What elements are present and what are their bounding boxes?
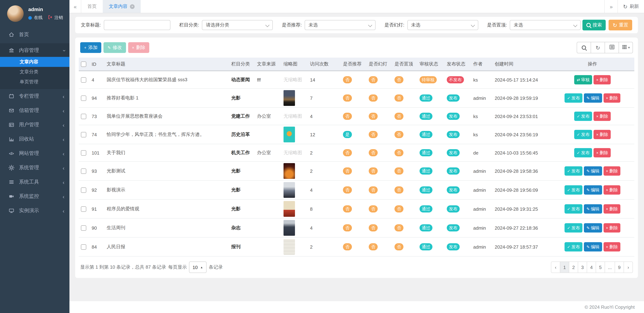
publish-row-button[interactable]: ✓发布 [574, 148, 592, 157]
sidebar-subitem-single-page[interactable]: 单页管理 [0, 77, 70, 87]
edit-row-button[interactable]: ✎编辑 [584, 185, 602, 195]
publish-row-button[interactable]: ✓发布 [564, 166, 582, 176]
show-search-button[interactable] [577, 42, 591, 53]
page-button[interactable]: 9 [615, 262, 624, 273]
publish-row-button[interactable]: ✓发布 [564, 223, 582, 233]
search-button[interactable]: 搜索 [582, 20, 606, 30]
recommend-cell: 否 [341, 71, 366, 88]
id-cell: 94 [90, 88, 104, 107]
filter-title-input[interactable] [104, 20, 170, 30]
remove-row-button[interactable]: ×删除 [603, 242, 620, 252]
edit-row-button[interactable]: ✎编辑 [584, 223, 602, 233]
row-checkbox[interactable] [81, 95, 86, 101]
publish-row-button[interactable]: ✓发布 [574, 112, 592, 121]
page-prev-button[interactable]: ‹ [551, 262, 560, 273]
row-checkbox[interactable] [81, 114, 86, 119]
sidebar-item-recycle[interactable]: 回收站‹ [0, 132, 70, 146]
filter-recommend-select[interactable]: 未选 [305, 20, 376, 30]
row-checkbox[interactable] [81, 225, 86, 231]
remove-row-button[interactable]: ×删除 [594, 130, 611, 139]
tabs-scroll-left-button[interactable]: « [70, 0, 81, 13]
sidebar-item-mailbox[interactable]: 信箱管理‹ [0, 103, 70, 118]
author-cell: ks [471, 107, 492, 125]
page-button[interactable]: 3 [578, 262, 587, 273]
filter-slide-select[interactable]: 未选 [407, 20, 478, 30]
publish-icon: ✓ [577, 133, 580, 136]
chevron-left-icon: ‹ [63, 194, 64, 199]
sidebar-item-website[interactable]: </>网站管理‹ [0, 146, 70, 161]
edit-row-button[interactable]: ✎编辑 [584, 242, 602, 252]
title-cell: 恰同学少年，风华正茂；书生意气，挥斥方遒。 [104, 125, 229, 144]
delete-button[interactable]: × 删除 [128, 42, 149, 53]
columns-button[interactable]: ▾ [618, 42, 633, 53]
filter-category-select[interactable]: 请选择分类 [202, 20, 273, 30]
modify-button[interactable]: ✎ 修改 [104, 42, 126, 53]
remove-row-button[interactable]: ×删除 [603, 223, 620, 233]
id-cell: 93 [90, 162, 104, 180]
sidebar-item-content[interactable]: 内容管理‹ [0, 44, 70, 57]
edit-row-button[interactable]: ✎编辑 [584, 204, 602, 214]
detail-view-button[interactable] [604, 42, 619, 53]
select-all-checkbox[interactable] [81, 61, 86, 67]
chevron-left-icon: ‹ [63, 151, 64, 156]
sidebar-item-system[interactable]: 系统管理‹ [0, 161, 70, 175]
sidebar-subitem-article-content[interactable]: 文章内容 [0, 57, 70, 67]
page-ellipsis-button[interactable]: ... [604, 262, 615, 273]
page-button[interactable]: 5 [596, 262, 605, 273]
refresh-table-button[interactable]: ↻ [591, 42, 605, 53]
row-checkbox[interactable] [81, 168, 86, 174]
row-checkbox[interactable] [81, 206, 86, 212]
bank-icon [8, 47, 15, 53]
page-button[interactable]: 1 [560, 262, 569, 273]
audit-row-button[interactable]: ⇄审核 [574, 75, 592, 84]
publish-row-button[interactable]: ✓发布 [574, 130, 592, 139]
tab-home[interactable]: 首页 [81, 0, 103, 13]
tabs-scroll-right-button[interactable]: » [604, 0, 618, 13]
status-badge: 否 [343, 167, 352, 175]
row-checkbox[interactable] [81, 187, 86, 193]
sidebar-item-users[interactable]: 用户管理‹ [0, 118, 70, 132]
remove-row-button[interactable]: ×删除 [594, 148, 611, 157]
sidebar-item-monitor[interactable]: 系统监控‹ [0, 189, 70, 204]
sidebar-item-label: 专栏管理 [19, 93, 39, 99]
remove-row-button[interactable]: ×删除 [603, 93, 620, 103]
remove-row-button[interactable]: ×删除 [603, 166, 620, 176]
page-button[interactable]: 2 [569, 262, 578, 273]
sidebar-item-column[interactable]: 专栏管理‹ [0, 89, 70, 103]
remove-row-button[interactable]: ×删除 [594, 112, 611, 121]
visits-cell: 14 [308, 71, 341, 88]
page-next-button[interactable]: › [624, 262, 633, 273]
page-size-select[interactable]: 10 ▲ [189, 262, 207, 273]
row-checkbox[interactable] [81, 77, 86, 83]
refresh-page-button[interactable]: ↻ 刷新 [618, 0, 644, 13]
remove-row-button[interactable]: ×删除 [603, 204, 620, 214]
add-button[interactable]: + 添加 [80, 42, 102, 53]
table-row: 73我单位开展思想教育座谈会党建工作办公室无缩略图4否否否通过发布ks2024-… [79, 107, 634, 125]
edit-row-button[interactable]: ✎编辑 [584, 93, 602, 103]
sidebar-item-tools[interactable]: 系统工具‹ [0, 175, 70, 189]
remove-row-button[interactable]: ×删除 [594, 75, 611, 84]
publish-row-button[interactable]: ✓发布 [564, 204, 582, 214]
reset-button[interactable]: ↻ 重置 [609, 20, 632, 30]
avatar[interactable] [7, 5, 24, 22]
publish-row-button[interactable]: ✓发布 [564, 185, 582, 195]
sidebar-item-label: 用户管理 [19, 122, 39, 128]
close-icon[interactable]: × [130, 4, 134, 9]
filter-top-select[interactable]: 未选 [510, 20, 581, 30]
tab-article-content[interactable]: 文章内容 × [103, 0, 141, 13]
sidebar-item-home[interactable]: 首页 [0, 28, 70, 41]
remove-row-button[interactable]: ×删除 [603, 185, 620, 195]
publish-row-button[interactable]: ✓发布 [564, 242, 582, 252]
sidebar-subitem-article-category[interactable]: 文章分类 [0, 67, 70, 77]
row-checkbox[interactable] [81, 244, 86, 250]
row-checkbox[interactable] [81, 150, 86, 156]
id-cell: 74 [90, 125, 104, 144]
row-checkbox[interactable] [81, 132, 86, 137]
created-cell: 2024-09-27 18:57:37 [492, 237, 550, 256]
page-button[interactable]: 4 [587, 262, 596, 273]
publish-row-button[interactable]: ✓发布 [564, 93, 582, 103]
edit-row-button[interactable]: ✎编辑 [584, 166, 602, 176]
logout-button[interactable]: 注销 [48, 15, 63, 21]
sidebar-item-demo[interactable]: 实例演示‹ [0, 204, 70, 218]
status-badge: 否 [394, 76, 404, 83]
